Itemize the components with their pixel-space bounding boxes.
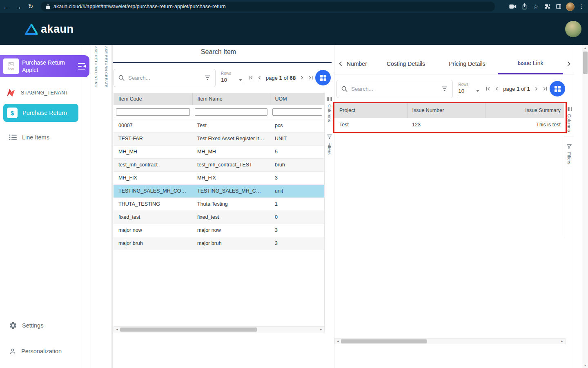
table-cell: 00007 xyxy=(114,119,192,132)
filters-toggle[interactable]: Filters xyxy=(325,130,334,159)
overflow-menu-icon[interactable]: ⋮ xyxy=(576,0,587,13)
sidebar-item-settings[interactable]: Settings xyxy=(9,321,43,330)
item-search-input[interactable] xyxy=(128,75,200,81)
table-row[interactable]: THUTA_TESTINGThuta Testing1 xyxy=(114,197,325,211)
sidebar-item-line-items[interactable]: Line Items xyxy=(9,134,49,141)
issue-search-box[interactable] xyxy=(336,80,453,98)
item-horizontal-scrollbar[interactable]: ◄ ► xyxy=(114,326,325,332)
tenant-selector[interactable]: STAGING_TENANT xyxy=(6,88,68,98)
scrollbar-thumb[interactable] xyxy=(120,328,257,332)
column-header[interactable]: Project xyxy=(334,103,407,118)
sidebar-item-label: Settings xyxy=(22,322,43,329)
share-icon[interactable] xyxy=(519,0,530,13)
prev-page-icon[interactable] xyxy=(255,73,264,83)
table-row[interactable]: major bruhmajor bruh3 xyxy=(114,237,325,250)
grid-view-button[interactable] xyxy=(315,70,331,85)
scrollbar-track[interactable] xyxy=(120,327,318,332)
camera-icon[interactable] xyxy=(507,0,519,13)
scrollbar-track[interactable] xyxy=(341,339,559,344)
column-header[interactable]: UOM xyxy=(270,93,325,105)
filter-list-icon[interactable] xyxy=(441,85,448,92)
tab-number[interactable]: Number xyxy=(347,53,375,74)
filters-label: Filters xyxy=(567,152,572,164)
page-vertical-scrollbar[interactable]: ▲ ▼ xyxy=(582,45,588,368)
column-filter-input[interactable] xyxy=(195,108,267,116)
last-page-icon[interactable] xyxy=(306,73,315,83)
scrollbar-thumb[interactable] xyxy=(341,339,427,343)
table-cell: TESTING_SALES_MH_CONTRACT xyxy=(114,184,192,197)
forward-icon[interactable]: → xyxy=(12,0,24,13)
table-cell: Test xyxy=(192,119,270,132)
first-page-icon[interactable] xyxy=(483,84,492,94)
table-row[interactable]: Test123This is test xyxy=(334,118,566,132)
sidebar-item-personalization[interactable]: Personalization xyxy=(9,348,62,355)
back-icon[interactable]: ← xyxy=(0,0,12,13)
scroll-down-icon[interactable]: ▼ xyxy=(584,362,587,368)
extensions-puzzle-icon[interactable] xyxy=(541,0,553,13)
table-row[interactable]: MH_FIXMH_FIX3 xyxy=(114,171,325,184)
columns-toggle[interactable]: Columns xyxy=(325,93,334,127)
tab-costing-details[interactable]: Costing Details xyxy=(375,53,437,74)
collapsed-panel-purchase-return-listing[interactable]: ASE RETURN LISTING xyxy=(91,45,101,368)
filter-list-icon[interactable] xyxy=(204,74,211,81)
rows-per-page-select[interactable]: 10 xyxy=(458,88,479,95)
grip-icon xyxy=(566,106,572,111)
table-row[interactable]: major nowmajor now3 xyxy=(114,224,325,237)
scroll-right-icon[interactable]: ► xyxy=(318,328,324,331)
reload-icon[interactable]: ↻ xyxy=(24,0,37,13)
column-header[interactable]: Issue Number xyxy=(407,103,486,118)
sidebar-item-purchase-return[interactable]: $ Purchase Return xyxy=(3,104,78,122)
bookmark-star-icon[interactable]: ☆ xyxy=(530,0,541,13)
user-avatar[interactable] xyxy=(565,21,581,37)
prev-page-icon[interactable] xyxy=(492,84,501,94)
collapse-menu-icon[interactable] xyxy=(77,63,86,70)
column-filter-input[interactable] xyxy=(116,108,190,116)
scroll-left-icon[interactable]: ◄ xyxy=(114,328,120,331)
filters-toggle[interactable]: Filters xyxy=(564,140,574,169)
browser-window-icon[interactable] xyxy=(553,0,564,13)
tab-pricing-details[interactable]: Pricing Details xyxy=(437,53,498,74)
column-filter-input[interactable] xyxy=(272,108,322,116)
issue-search-input[interactable] xyxy=(351,86,438,92)
table-row[interactable]: 00007Testpcs xyxy=(114,119,325,132)
next-page-icon[interactable] xyxy=(532,84,541,94)
column-header[interactable]: Item Name xyxy=(192,93,270,105)
scroll-right-icon[interactable]: ► xyxy=(559,340,565,343)
applet-header-button[interactable]: logo Purchase Return Applet xyxy=(0,55,89,77)
table-cell: UNIT xyxy=(270,132,325,145)
last-page-icon[interactable] xyxy=(541,84,550,94)
browser-profile-avatar[interactable] xyxy=(564,0,576,13)
scrollbar-thumb[interactable] xyxy=(583,52,588,74)
table-row[interactable]: TESTING_SALES_MH_CONTRACTTESTING_SALES_M… xyxy=(114,184,325,197)
item-search-box[interactable] xyxy=(114,69,216,87)
rows-per-page-control: Rows 10 xyxy=(458,82,479,95)
table-cell: MH_FIX xyxy=(192,171,270,184)
grid-view-button[interactable] xyxy=(550,81,565,96)
next-page-icon[interactable] xyxy=(297,73,306,83)
table-cell: 5 xyxy=(270,145,325,158)
rows-value: 10 xyxy=(458,88,464,94)
table-row[interactable]: test_mh_contracttest_mh_contract_TESTbru… xyxy=(114,158,325,171)
tabs-scroll-right-icon[interactable] xyxy=(563,53,575,74)
collapsed-panel-purchase-return-create[interactable]: ASE RETURN CREATE xyxy=(101,45,111,368)
table-row[interactable]: MH_MHMH_MH5 xyxy=(114,145,325,158)
first-page-icon[interactable] xyxy=(246,73,255,83)
issue-horizontal-scrollbar[interactable]: ◄ ► xyxy=(334,338,566,344)
scroll-left-icon[interactable]: ◄ xyxy=(335,340,341,343)
table-cell: unit xyxy=(270,184,325,197)
table-row[interactable]: TEST-FARTest Fixed Asset Register Item C… xyxy=(114,132,325,145)
address-bar[interactable]: akaun.cloud/#/applet/tnt/wavelet/erp/pur… xyxy=(41,2,495,11)
table-row[interactable]: fixed_testfixed_test0 xyxy=(114,211,325,224)
column-header[interactable]: Item Code xyxy=(114,93,192,105)
tab-issue-link[interactable]: Issue Link xyxy=(498,53,563,74)
columns-toggle[interactable]: Columns xyxy=(564,103,574,137)
brand-logo[interactable]: akaun xyxy=(25,23,74,36)
tabs-scroll-left-icon[interactable] xyxy=(334,53,347,74)
page-total: 68 xyxy=(290,75,296,81)
column-header[interactable]: Issue Summary xyxy=(486,103,566,118)
columns-label: Columns xyxy=(567,114,572,132)
rows-per-page-select[interactable]: 10 xyxy=(221,77,242,84)
funnel-icon xyxy=(566,144,572,149)
browser-toolbar: ← → ↻ akaun.cloud/#/applet/tnt/wavelet/e… xyxy=(0,0,588,13)
scroll-up-icon[interactable]: ▲ xyxy=(584,45,587,51)
